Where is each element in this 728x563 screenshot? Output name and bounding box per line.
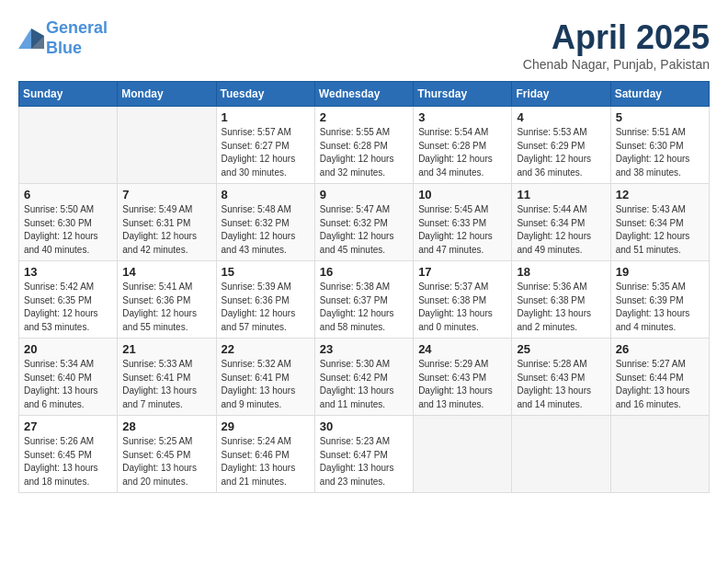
day-detail: Sunrise: 5:39 AMSunset: 6:36 PMDaylight:… (222, 281, 310, 334)
logo-line1: General (46, 18, 108, 37)
day-number: 16 (320, 265, 408, 279)
day-number: 2 (320, 110, 408, 124)
header-day-saturday: Saturday (610, 82, 709, 107)
calendar-cell: 25Sunrise: 5:28 AMSunset: 6:43 PMDayligh… (512, 339, 610, 416)
logo-text: General Blue (46, 18, 108, 58)
calendar-cell: 23Sunrise: 5:30 AMSunset: 6:42 PMDayligh… (314, 339, 413, 416)
day-detail: Sunrise: 5:57 AMSunset: 6:27 PMDaylight:… (222, 126, 310, 179)
day-detail: Sunrise: 5:53 AMSunset: 6:29 PMDaylight:… (517, 126, 605, 179)
page-subtitle: Chenab Nagar, Punjab, Pakistan (523, 57, 710, 72)
day-number: 28 (122, 419, 210, 433)
day-number: 21 (122, 342, 210, 356)
header-day-friday: Friday (512, 82, 610, 107)
day-detail: Sunrise: 5:45 AMSunset: 6:33 PMDaylight:… (418, 203, 506, 257)
calendar-week-4: 20Sunrise: 5:34 AMSunset: 6:40 PMDayligh… (19, 339, 710, 416)
day-number: 29 (222, 419, 310, 433)
calendar-cell: 5Sunrise: 5:51 AMSunset: 6:30 PMDaylight… (610, 107, 709, 184)
calendar-cell: 7Sunrise: 5:49 AMSunset: 6:31 PMDaylight… (118, 184, 216, 261)
day-number: 3 (418, 110, 506, 124)
calendar-cell: 26Sunrise: 5:27 AMSunset: 6:44 PMDayligh… (610, 339, 709, 416)
calendar-week-2: 6Sunrise: 5:50 AMSunset: 6:30 PMDaylight… (19, 184, 710, 261)
day-number: 18 (517, 265, 605, 279)
day-detail: Sunrise: 5:32 AMSunset: 6:41 PMDaylight:… (222, 358, 310, 411)
day-number: 11 (517, 188, 605, 201)
header-day-tuesday: Tuesday (216, 82, 314, 107)
calendar-cell: 21Sunrise: 5:33 AMSunset: 6:41 PMDayligh… (118, 339, 216, 416)
calendar-week-5: 27Sunrise: 5:26 AMSunset: 6:45 PMDayligh… (19, 416, 710, 493)
day-number: 1 (222, 110, 310, 124)
calendar-cell: 1Sunrise: 5:57 AMSunset: 6:27 PMDaylight… (216, 107, 314, 184)
day-detail: Sunrise: 5:49 AMSunset: 6:31 PMDaylight:… (122, 203, 210, 257)
calendar-week-1: 1Sunrise: 5:57 AMSunset: 6:27 PMDaylight… (19, 107, 710, 184)
day-number: 23 (320, 342, 408, 356)
calendar-cell (512, 416, 610, 493)
day-detail: Sunrise: 5:47 AMSunset: 6:32 PMDaylight:… (320, 203, 408, 257)
day-number: 13 (24, 265, 112, 279)
day-detail: Sunrise: 5:25 AMSunset: 6:45 PMDaylight:… (122, 435, 210, 488)
day-detail: Sunrise: 5:35 AMSunset: 6:39 PMDaylight:… (616, 281, 704, 334)
day-detail: Sunrise: 5:33 AMSunset: 6:41 PMDaylight:… (122, 358, 210, 411)
calendar-cell: 14Sunrise: 5:41 AMSunset: 6:36 PMDayligh… (118, 261, 216, 339)
calendar-cell: 11Sunrise: 5:44 AMSunset: 6:34 PMDayligh… (512, 184, 610, 261)
day-detail: Sunrise: 5:29 AMSunset: 6:43 PMDaylight:… (418, 358, 506, 411)
day-number: 27 (24, 419, 112, 433)
day-number: 15 (222, 265, 310, 279)
day-number: 7 (122, 188, 210, 201)
day-number: 4 (517, 110, 605, 124)
day-detail: Sunrise: 5:44 AMSunset: 6:34 PMDaylight:… (517, 203, 605, 257)
day-detail: Sunrise: 5:55 AMSunset: 6:28 PMDaylight:… (320, 126, 408, 179)
calendar-cell: 17Sunrise: 5:37 AMSunset: 6:38 PMDayligh… (414, 261, 512, 339)
day-number: 24 (418, 342, 506, 356)
day-number: 5 (616, 110, 704, 124)
calendar-cell: 13Sunrise: 5:42 AMSunset: 6:35 PMDayligh… (19, 261, 118, 339)
calendar-cell: 12Sunrise: 5:43 AMSunset: 6:34 PMDayligh… (610, 184, 709, 261)
calendar-cell: 22Sunrise: 5:32 AMSunset: 6:41 PMDayligh… (216, 339, 314, 416)
header-day-wednesday: Wednesday (314, 82, 413, 107)
day-detail: Sunrise: 5:50 AMSunset: 6:30 PMDaylight:… (24, 203, 112, 257)
day-number: 19 (616, 265, 704, 279)
calendar-cell: 16Sunrise: 5:38 AMSunset: 6:37 PMDayligh… (314, 261, 413, 339)
calendar-cell: 15Sunrise: 5:39 AMSunset: 6:36 PMDayligh… (216, 261, 314, 339)
calendar-cell: 24Sunrise: 5:29 AMSunset: 6:43 PMDayligh… (414, 339, 512, 416)
calendar-cell: 2Sunrise: 5:55 AMSunset: 6:28 PMDaylight… (314, 107, 413, 184)
day-detail: Sunrise: 5:37 AMSunset: 6:38 PMDaylight:… (418, 281, 506, 334)
day-detail: Sunrise: 5:23 AMSunset: 6:47 PMDaylight:… (320, 435, 408, 488)
day-number: 6 (24, 188, 112, 201)
calendar-cell: 6Sunrise: 5:50 AMSunset: 6:30 PMDaylight… (19, 184, 118, 261)
calendar-cell: 20Sunrise: 5:34 AMSunset: 6:40 PMDayligh… (19, 339, 118, 416)
header-day-monday: Monday (118, 82, 216, 107)
day-number: 30 (320, 419, 408, 433)
day-detail: Sunrise: 5:51 AMSunset: 6:30 PMDaylight:… (616, 126, 704, 179)
title-block: April 2025 Chenab Nagar, Punjab, Pakista… (523, 18, 710, 72)
calendar-cell (19, 107, 118, 184)
day-number: 20 (24, 342, 112, 356)
calendar-cell: 10Sunrise: 5:45 AMSunset: 6:33 PMDayligh… (414, 184, 512, 261)
day-number: 17 (418, 265, 506, 279)
day-detail: Sunrise: 5:27 AMSunset: 6:44 PMDaylight:… (616, 358, 704, 411)
calendar-table: SundayMondayTuesdayWednesdayThursdayFrid… (18, 81, 710, 493)
calendar-cell: 27Sunrise: 5:26 AMSunset: 6:45 PMDayligh… (19, 416, 118, 493)
day-number: 26 (616, 342, 704, 356)
day-number: 12 (616, 188, 704, 201)
day-detail: Sunrise: 5:48 AMSunset: 6:32 PMDaylight:… (222, 203, 310, 257)
day-number: 22 (222, 342, 310, 356)
header-day-sunday: Sunday (19, 82, 118, 107)
day-number: 10 (418, 188, 506, 201)
day-detail: Sunrise: 5:24 AMSunset: 6:46 PMDaylight:… (222, 435, 310, 488)
calendar-cell: 4Sunrise: 5:53 AMSunset: 6:29 PMDaylight… (512, 107, 610, 184)
calendar-cell (414, 416, 512, 493)
day-detail: Sunrise: 5:42 AMSunset: 6:35 PMDaylight:… (24, 281, 112, 334)
calendar-cell: 3Sunrise: 5:54 AMSunset: 6:28 PMDaylight… (414, 107, 512, 184)
calendar-cell: 8Sunrise: 5:48 AMSunset: 6:32 PMDaylight… (216, 184, 314, 261)
calendar-cell: 30Sunrise: 5:23 AMSunset: 6:47 PMDayligh… (314, 416, 413, 493)
day-number: 14 (122, 265, 210, 279)
calendar-body: 1Sunrise: 5:57 AMSunset: 6:27 PMDaylight… (19, 107, 710, 493)
logo: General Blue (18, 18, 108, 58)
calendar-cell: 9Sunrise: 5:47 AMSunset: 6:32 PMDaylight… (314, 184, 413, 261)
day-detail: Sunrise: 5:36 AMSunset: 6:38 PMDaylight:… (517, 281, 605, 334)
calendar-cell: 19Sunrise: 5:35 AMSunset: 6:39 PMDayligh… (610, 261, 709, 339)
day-number: 25 (517, 342, 605, 356)
day-detail: Sunrise: 5:28 AMSunset: 6:43 PMDaylight:… (517, 358, 605, 411)
page-title: April 2025 (523, 18, 710, 57)
day-detail: Sunrise: 5:26 AMSunset: 6:45 PMDaylight:… (24, 435, 112, 488)
